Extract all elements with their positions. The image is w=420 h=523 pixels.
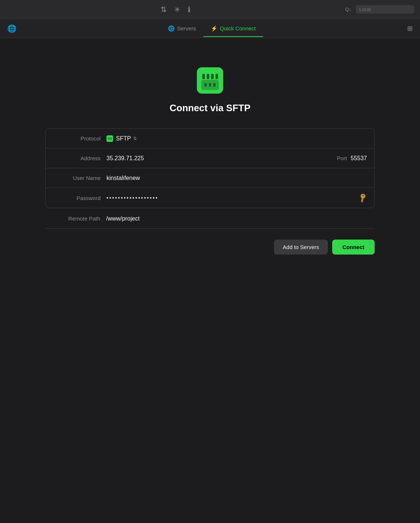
port-value[interactable]: 55537 [351,155,367,162]
address-value-group: 35.239.71.225 Port 55537 [106,155,367,162]
lightning-icon: ⚡ [211,25,218,32]
key-icon[interactable]: 🔑 [357,192,369,204]
address-label: Address [53,155,101,161]
username-value[interactable]: kinstalifenew [106,175,367,181]
toolbar-center: ⇅ ✳ ℹ [161,5,191,14]
plug-pin-2 [207,74,209,79]
tab-quick-connect[interactable]: ⚡ Quick Connect [203,20,263,37]
remote-path-value[interactable]: /www/project [106,215,367,222]
search-input[interactable] [356,5,414,14]
username-label: User Name [53,175,101,181]
remote-path-row: Remote Path /www/project [45,209,375,229]
nav-tabs: 🌐 Servers ⚡ Quick Connect [161,20,263,37]
action-buttons: Add to Servers Connect [45,240,375,255]
password-dots[interactable]: •••••••••••••••••• [106,195,359,201]
address-value[interactable]: 35.239.71.225 [106,155,337,162]
transfer-icon[interactable]: ⇅ [161,5,167,14]
protocol-row: Protocol SFTP ⇅ [46,129,374,148]
nav-bar: 🌐 🌐 Servers ⚡ Quick Connect ⊞ [0,19,420,38]
chevron-updown-icon: ⇅ [133,136,137,141]
password-label: Password [53,195,101,201]
plug-pin-3 [211,74,214,79]
proto-pins [108,138,112,140]
proto-pin-1 [108,138,109,140]
search-prefix-icon: Q↓ [345,7,351,12]
add-to-servers-button[interactable]: Add to Servers [274,240,328,255]
plug-hole-2 [209,83,211,87]
plug-holes [205,83,215,87]
plug-hole-3 [213,83,215,87]
protocol-value: SFTP [116,135,131,142]
quick-connect-tab-label: Quick Connect [220,25,256,31]
servers-tab-label: Servers [177,25,196,31]
form-container: Protocol SFTP ⇅ Address 35.239.7 [45,128,375,208]
protocol-sftp-icon [106,135,113,142]
protocol-selector-group: SFTP ⇅ [106,135,137,142]
sftp-icon-container [197,67,223,94]
plug-hole-1 [205,83,207,87]
remote-path-section: Remote Path /www/project [45,209,375,229]
plug-pins [202,74,218,79]
grid-icon[interactable]: ⊞ [407,25,413,33]
servers-globe-icon: 🌐 [168,25,175,32]
plug-pin-1 [202,74,205,79]
spinner-icon[interactable]: ✳ [174,5,180,14]
connect-title: Connect via SFTP [169,102,250,114]
main-content: Connect via SFTP Protocol SFTP ⇅ [0,38,420,269]
nav-right: ⊞ [407,25,413,33]
protocol-dropdown[interactable]: SFTP ⇅ [116,135,137,142]
toolbar: ⇅ ✳ ℹ Q↓ [0,0,420,19]
password-row: Password •••••••••••••••••• 🔑 [46,188,374,208]
toolbar-right: Q↓ [345,5,414,14]
remote-path-label: Remote Path [53,215,100,222]
globe-icon-left[interactable]: 🌐 [7,24,16,33]
username-row: User Name kinstalifenew [46,168,374,188]
plug-pin-4 [215,74,218,79]
nav-left: 🌐 [7,24,16,33]
connect-button[interactable]: Connect [332,240,375,255]
sftp-icon [197,67,223,94]
port-label: Port [337,155,347,161]
proto-pin-3 [111,138,112,140]
plug-body [201,80,219,90]
protocol-label: Protocol [53,135,101,142]
info-icon[interactable]: ℹ [188,5,191,14]
address-row: Address 35.239.71.225 Port 55537 [46,148,374,168]
proto-pin-2 [109,138,110,140]
password-value-group: •••••••••••••••••• 🔑 [106,194,367,202]
tab-servers[interactable]: 🌐 Servers [161,20,203,37]
